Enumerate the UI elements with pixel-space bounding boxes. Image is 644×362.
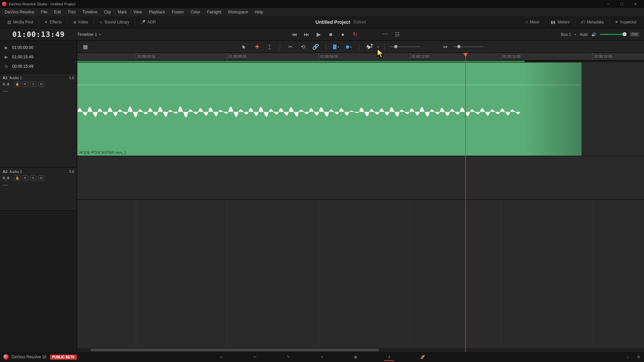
razor-tool[interactable]: ✂ (285, 43, 295, 51)
marker-row[interactable]: ▶01:00:15:49 (3, 52, 73, 62)
menu-workspace[interactable]: Workspace (225, 8, 252, 16)
bus-selector[interactable]: Bus 1 (561, 32, 571, 37)
page-color[interactable]: ◉ (351, 353, 361, 361)
edit-selection-tool[interactable]: ⌶ (265, 43, 274, 51)
project-title: Untitled Project (316, 19, 350, 25)
zoom-width-icon[interactable]: ⇔ (440, 43, 450, 51)
speaker-icon[interactable]: 🔊 (591, 32, 596, 37)
automation-toggle[interactable]: 〰 (381, 31, 389, 38)
master-timecode[interactable]: 01:00:13:49 (12, 30, 65, 39)
panel-meters[interactable]: ▮▮Meters (547, 17, 573, 27)
track-lane-a2[interactable] (77, 156, 644, 200)
panel-media-pool[interactable]: ▤Media Pool (4, 17, 37, 27)
page-edit[interactable]: ✎ (283, 353, 293, 361)
track-header-a2[interactable]: A2Audio 2 2.0 0.0 🔒 R S M 〰 (0, 167, 77, 211)
audio-clip[interactable]: RODE PODCASTER.mov_1 (77, 62, 582, 156)
dim-button[interactable]: DIM (630, 32, 639, 37)
zoom-slider-vertical[interactable] (390, 46, 420, 47)
menu-mark[interactable]: Mark (114, 8, 130, 16)
marker-row[interactable]: ▶01:00:00:00 (3, 43, 73, 52)
panel-metadata[interactable]: 🏷Metadata (578, 17, 607, 27)
snap-toggle[interactable]: ⟲ (298, 43, 308, 51)
link-toggle[interactable]: 🔗 (311, 43, 320, 51)
menu-color[interactable]: Color (187, 8, 204, 16)
play-button[interactable]: ▶ (315, 31, 322, 38)
page-cut[interactable]: ✂ (250, 353, 260, 361)
menu-view[interactable]: View (130, 8, 146, 16)
menu-edit[interactable]: Edit (51, 8, 64, 16)
clip-gain-line[interactable] (77, 85, 581, 85)
timeline-selector[interactable]: Timeline 1▾ (77, 32, 131, 37)
mute-button[interactable]: M (38, 175, 44, 181)
project-settings-button[interactable]: ⚙ (637, 355, 641, 359)
panel-index[interactable]: ≣Index (70, 17, 92, 27)
timeline-area: ▦ ✚ ⌶ ✂ ⟲ 🔗 ▾ ▾ + ▾ ⇔ (77, 41, 644, 352)
clip-fade-region[interactable] (524, 63, 581, 156)
menu-fairlight[interactable]: Fairlight (204, 8, 225, 16)
transient-detection-button[interactable]: + (365, 43, 374, 51)
arm-record-button[interactable]: R (22, 81, 28, 87)
menu-fusion[interactable]: Fusion (168, 8, 187, 16)
page-tab-bar: DaVinci Resolve 18 PUBLIC BETA ▭ ✂ ✎ ⚛ ◉… (0, 352, 644, 362)
timeline-scrollbar[interactable] (77, 348, 644, 352)
waveform-toggle-icon[interactable]: 〰 (3, 89, 9, 94)
stop-button[interactable]: ■ (327, 31, 334, 38)
track-lane-a1[interactable]: RODE PODCASTER.mov_1 (77, 62, 644, 156)
flag-dropdown[interactable]: ▾ (331, 43, 341, 51)
menu-file[interactable]: File (38, 8, 51, 16)
timeline-view-options[interactable]: ▦ (80, 43, 90, 51)
track-header-a1[interactable]: A1Audio 1 1.0 0.0 🔒 R S M 〰 (0, 73, 77, 167)
marker-dropdown[interactable]: ▾ (344, 43, 354, 51)
menu-help[interactable]: Help (251, 8, 266, 16)
transport-bar: 01:00:13:49 Timeline 1▾ ⏮ ⏭ ▶ ■ ● ↻ 〰 ☷ … (0, 28, 644, 41)
solo-button[interactable]: S (30, 175, 36, 181)
timeline-ruler[interactable]: 01:00:03:00 01:00:06:00 01:00:09:00 01:0… (77, 53, 644, 60)
page-media[interactable]: ▭ (216, 353, 226, 361)
panel-sound-library[interactable]: ♫Sound Library (96, 17, 133, 27)
arm-record-button[interactable]: R (22, 175, 28, 181)
fast-forward-button[interactable]: ⏭ (303, 31, 310, 38)
chevron-down-icon: ▾ (99, 33, 101, 36)
track-fader-value[interactable]: 0.0 (3, 82, 12, 86)
page-deliver[interactable]: 🚀 (418, 353, 428, 361)
monitor-volume-slider[interactable] (600, 34, 627, 35)
automation-mode[interactable]: Auto (580, 32, 588, 37)
scrollbar-thumb[interactable] (91, 349, 379, 351)
marker-row[interactable]: ◷00:00:15:49 (3, 62, 73, 71)
lock-button[interactable]: 🔒 (14, 175, 20, 181)
loop-button[interactable]: ↻ (351, 31, 359, 38)
track-fader-value[interactable]: 0.0 (3, 176, 12, 180)
panel-mixer[interactable]: ⎍Mixer (522, 17, 543, 27)
selection-tool[interactable] (239, 43, 249, 51)
menu-davinci[interactable]: DaVinci Resolve (1, 8, 38, 16)
record-button[interactable]: ● (339, 31, 346, 38)
page-fusion[interactable]: ⚛ (317, 353, 327, 361)
page-fairlight[interactable]: ♪ (384, 353, 394, 361)
panel-inspector[interactable]: ✶Inspector (611, 17, 640, 27)
lock-button[interactable]: 🔒 (14, 81, 20, 87)
track-lanes[interactable]: RODE PODCASTER.mov_1 (77, 62, 644, 352)
mute-button[interactable]: M (38, 81, 44, 87)
close-button[interactable]: ✕ (629, 0, 642, 8)
waveform-toggle-icon[interactable]: 〰 (3, 183, 9, 187)
solo-button[interactable]: S (30, 81, 36, 87)
menu-timeline[interactable]: Timeline (79, 8, 101, 16)
menu-trim[interactable]: Trim (64, 8, 79, 16)
minimize-button[interactable]: ─ (602, 0, 615, 8)
zoom-slider-horizontal[interactable] (453, 46, 483, 47)
timeline-options-button[interactable]: ☷ (393, 31, 401, 38)
beta-badge: PUBLIC BETA (50, 355, 77, 360)
menu-clip[interactable]: Clip (101, 8, 114, 16)
range-selection-tool[interactable]: ✚ (252, 43, 262, 51)
panel-adr[interactable]: 🎤ADR (137, 17, 159, 27)
menu-playback[interactable]: Playback (145, 8, 168, 16)
home-button[interactable]: ⌂ (627, 355, 629, 359)
app-footer-icon (3, 354, 9, 360)
rewind-button[interactable]: ⏮ (291, 31, 298, 38)
adr-icon: 🎤 (141, 20, 146, 24)
panel-effects[interactable]: ✦Effects (41, 17, 65, 27)
playhead[interactable] (465, 53, 466, 352)
main-area: ▶01:00:00:00 ▶01:00:15:49 ◷00:00:15:49 A… (0, 41, 644, 352)
maximize-button[interactable]: ☐ (615, 0, 629, 8)
app-logo-icon (2, 2, 7, 6)
